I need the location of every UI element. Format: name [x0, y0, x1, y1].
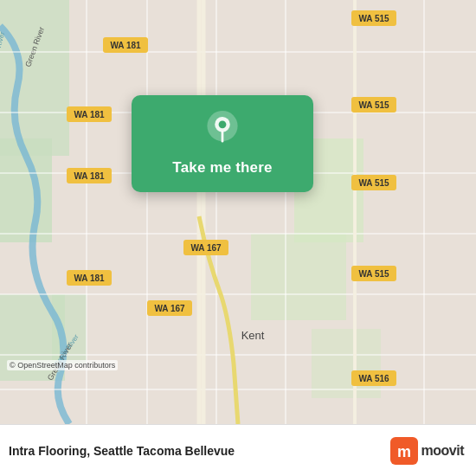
- svg-rect-6: [251, 234, 346, 320]
- svg-text:WA 515: WA 515: [358, 100, 389, 110]
- svg-text:WA 181: WA 181: [74, 110, 105, 119]
- svg-text:WA 181: WA 181: [74, 273, 105, 283]
- svg-text:WA 181: WA 181: [74, 171, 105, 181]
- osm-attribution: © OpenStreetMap contributors: [7, 360, 118, 370]
- svg-rect-7: [312, 329, 381, 398]
- svg-rect-1: [0, 0, 69, 156]
- svg-text:WA 515: WA 515: [358, 178, 389, 188]
- svg-text:WA 167: WA 167: [154, 304, 185, 313]
- svg-text:WA 181: WA 181: [110, 41, 141, 50]
- svg-text:WA 167: WA 167: [190, 243, 222, 253]
- svg-text:Kent: Kent: [241, 329, 265, 342]
- location-pin-icon: [203, 111, 241, 149]
- svg-text:m: m: [397, 443, 411, 460]
- svg-point-53: [219, 120, 227, 128]
- location-name: Intra Flooring, Seattle Tacoma Bellevue: [9, 444, 235, 458]
- popup-card: Take me there: [132, 95, 313, 192]
- bottom-bar: Intra Flooring, Seattle Tacoma Bellevue …: [0, 424, 476, 476]
- moovit-brand-name: moovit: [421, 443, 464, 459]
- svg-text:WA 516: WA 516: [358, 374, 389, 383]
- bottom-info: Intra Flooring, Seattle Tacoma Bellevue: [9, 444, 235, 458]
- svg-text:WA 515: WA 515: [358, 269, 389, 279]
- map-container: Green River Green River WA 181 WA 181 WA: [0, 0, 476, 424]
- svg-text:WA 515: WA 515: [358, 14, 389, 23]
- moovit-logo: m moovit: [390, 437, 464, 465]
- moovit-brand-icon: m: [390, 437, 418, 465]
- take-me-there-button[interactable]: Take me there: [172, 158, 272, 178]
